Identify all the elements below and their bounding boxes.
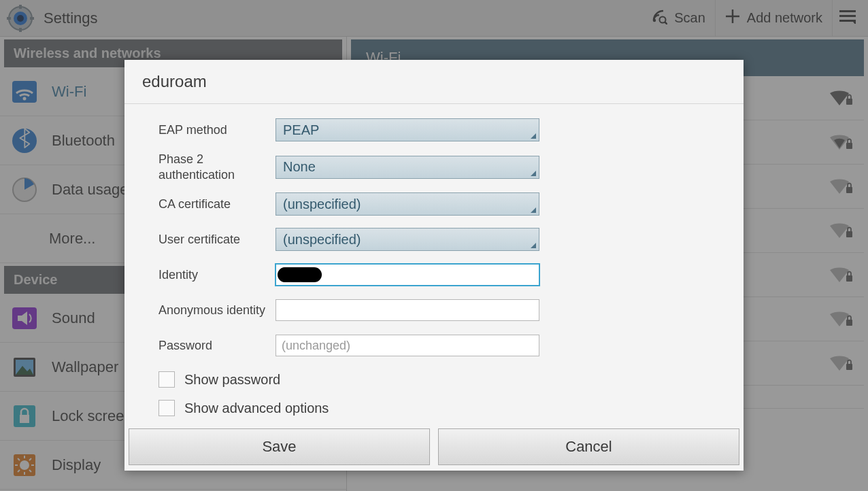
label-eap-method: EAP method: [158, 122, 276, 138]
password-input[interactable]: [276, 335, 539, 356]
show-advanced-checkbox[interactable]: [158, 400, 175, 416]
eap-method-value: PEAP: [283, 122, 319, 138]
label-anon-identity: Anonymous identity: [158, 303, 276, 318]
save-button[interactable]: Save: [129, 428, 430, 465]
label-ca-cert: CA certificate: [158, 197, 276, 212]
user-cert-spinner[interactable]: (unspecified): [276, 228, 539, 251]
save-label: Save: [262, 438, 296, 456]
ca-cert-spinner[interactable]: (unspecified): [276, 192, 539, 216]
user-cert-value: (unspecified): [283, 232, 361, 248]
label-password: Password: [158, 338, 276, 354]
cancel-button[interactable]: Cancel: [438, 428, 739, 465]
cancel-label: Cancel: [565, 438, 612, 456]
dialog-title: eduroam: [124, 60, 744, 104]
phase2-spinner[interactable]: None: [276, 156, 539, 179]
wifi-config-dialog: eduroam EAP method PEAP Phase 2 authenti…: [124, 60, 744, 471]
phase2-value: None: [283, 159, 316, 175]
eap-method-spinner[interactable]: PEAP: [276, 118, 539, 141]
label-identity: Identity: [158, 267, 276, 283]
show-advanced-label: Show advanced options: [184, 401, 329, 416]
label-phase2: Phase 2 authentication: [158, 152, 276, 182]
modal-overlay: eduroam EAP method PEAP Phase 2 authenti…: [0, 0, 868, 491]
label-user-cert: User certificate: [158, 232, 276, 248]
show-password-label: Show password: [184, 372, 280, 388]
anonymous-identity-input[interactable]: [276, 299, 539, 321]
ca-cert-value: (unspecified): [283, 197, 361, 212]
show-password-checkbox[interactable]: [158, 371, 175, 388]
redacted-identity: [278, 267, 318, 282]
